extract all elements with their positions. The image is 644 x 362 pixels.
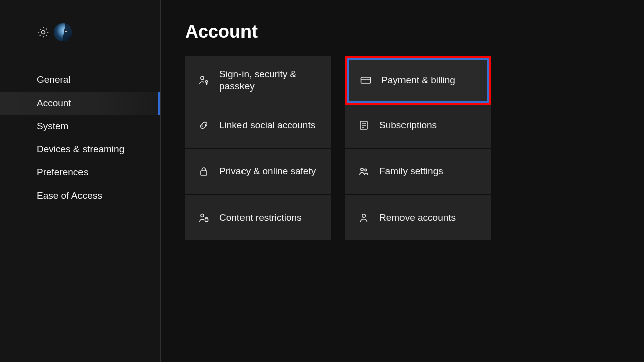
tile-signin-security-passkey[interactable]: Sign-in, security & passkey <box>185 56 331 105</box>
tile-label: Sign-in, security & passkey <box>219 68 321 93</box>
sidebar-item-label: Ease of Access <box>37 190 102 201</box>
sidebar-item-general[interactable]: General <box>0 68 160 92</box>
people-icon <box>357 165 370 178</box>
sidebar-header <box>0 23 160 68</box>
svg-point-0 <box>42 31 45 34</box>
main-content: Account Sign-in, security & passkey <box>161 0 644 362</box>
tile-label: Privacy & online safety <box>219 165 316 177</box>
person-lock-icon <box>197 211 210 224</box>
tile-remove-accounts[interactable]: Remove accounts <box>345 195 491 240</box>
sidebar-item-system[interactable]: System <box>0 115 160 138</box>
tile-family-settings[interactable]: Family settings <box>345 149 491 194</box>
sidebar-item-label: Devices & streaming <box>37 144 124 155</box>
account-tile-grid: Sign-in, security & passkey Payment & bi… <box>185 56 644 240</box>
tile-label: Family settings <box>379 165 443 177</box>
avatar[interactable] <box>54 23 72 41</box>
settings-app: General Account System Devices & streami… <box>0 0 644 362</box>
link-icon <box>197 119 210 132</box>
tile-label: Subscriptions <box>379 119 437 131</box>
svg-point-8 <box>201 214 204 217</box>
tile-payment-billing-highlight: Payment & billing <box>345 56 491 105</box>
tile-privacy-online-safety[interactable]: Privacy & online safety <box>185 149 331 194</box>
svg-point-6 <box>361 168 363 171</box>
sidebar-item-label: Preferences <box>37 167 88 178</box>
sidebar-item-account[interactable]: Account <box>0 92 160 115</box>
tile-label: Linked social accounts <box>219 119 315 131</box>
credit-card-icon <box>359 74 372 87</box>
svg-rect-9 <box>205 219 208 222</box>
page-title: Account <box>185 21 644 42</box>
svg-point-10 <box>362 214 366 218</box>
sidebar-item-preferences[interactable]: Preferences <box>0 161 160 184</box>
tile-label: Content restrictions <box>219 212 302 224</box>
sidebar-item-label: Account <box>37 98 71 109</box>
sidebar-item-devices-streaming[interactable]: Devices & streaming <box>0 138 160 161</box>
svg-point-7 <box>365 169 367 171</box>
sidebar-item-ease-of-access[interactable]: Ease of Access <box>0 184 160 207</box>
tile-payment-billing[interactable]: Payment & billing <box>347 58 489 103</box>
svg-point-1 <box>201 76 204 79</box>
sidebar-item-label: General <box>37 74 71 85</box>
lock-icon <box>197 165 210 178</box>
gear-icon[interactable] <box>37 26 50 39</box>
person-key-icon <box>197 74 210 87</box>
sidebar-item-label: System <box>37 121 68 132</box>
svg-rect-5 <box>201 171 207 175</box>
svg-rect-3 <box>361 77 371 83</box>
tile-subscriptions[interactable]: Subscriptions <box>345 103 491 148</box>
sidebar: General Account System Devices & streami… <box>0 0 161 362</box>
tile-label: Remove accounts <box>379 212 456 224</box>
tile-content-restrictions[interactable]: Content restrictions <box>185 195 331 240</box>
receipt-icon <box>357 119 370 132</box>
svg-point-2 <box>206 81 208 83</box>
tile-linked-social-accounts[interactable]: Linked social accounts <box>185 103 331 148</box>
tile-label: Payment & billing <box>381 74 455 86</box>
person-icon <box>357 211 370 224</box>
